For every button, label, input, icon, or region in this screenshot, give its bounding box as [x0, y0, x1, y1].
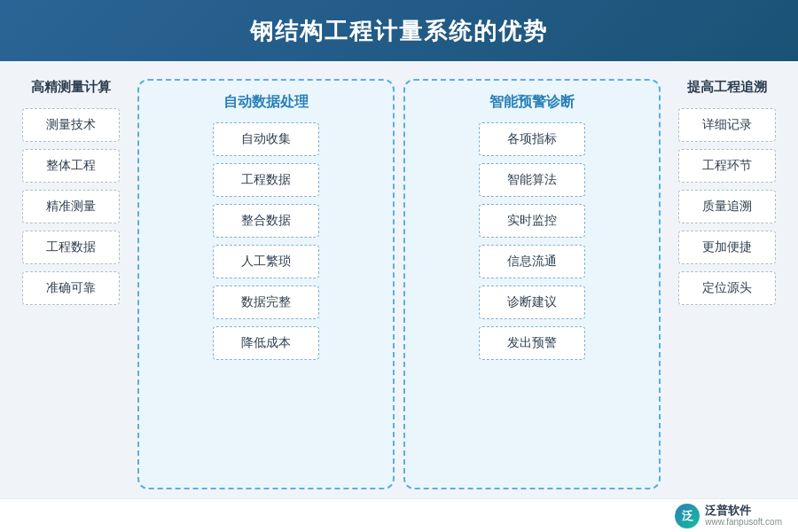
left-col-title: 高精测量计算	[31, 79, 111, 96]
watermark-name: 泛普软件	[705, 504, 782, 518]
list-item: 工程数据	[22, 231, 120, 264]
list-item: 自动收集	[213, 122, 319, 156]
right-column: 提高工程追溯 详细记录 工程环节 质量追溯 更加便捷 定位源头	[669, 79, 785, 489]
watermark-text: 泛普软件 www.fanpusoft.com	[705, 504, 782, 528]
list-item: 数据完整	[213, 286, 319, 319]
list-item: 信息流通	[479, 245, 585, 278]
list-item: 详细记录	[678, 108, 776, 142]
list-item: 发出预警	[479, 326, 585, 360]
list-item: 工程数据	[213, 163, 319, 197]
left-column: 高精测量计算 测量技术 整体工程 精准测量 工程数据 准确可靠	[13, 79, 129, 489]
list-item: 质量追溯	[678, 190, 776, 223]
list-item: 诊断建议	[479, 286, 585, 319]
list-item: 更加便捷	[678, 231, 776, 264]
page-wrapper: 钢结构工程计量系统的优势 高精测量计算 测量技术 整体工程 精准测量 工程数据 …	[0, 0, 798, 532]
watermark: 泛 泛普软件 www.fanpusoft.com	[675, 504, 782, 528]
watermark-logo-icon: 泛	[675, 504, 700, 528]
list-item: 精准测量	[22, 190, 120, 223]
main-content: 高精测量计算 测量技术 整体工程 精准测量 工程数据 准确可靠 自动数据处理 自…	[0, 61, 798, 498]
right-col-title: 提高工程追溯	[687, 79, 767, 96]
list-item: 测量技术	[22, 108, 120, 142]
page-title: 钢结构工程计量系统的优势	[0, 16, 798, 47]
list-item: 工程环节	[678, 149, 776, 183]
list-item: 降低成本	[213, 326, 319, 360]
middle-right-title: 智能预警诊断	[489, 93, 575, 112]
middle-left-panel: 自动数据处理 自动收集 工程数据 整合数据 人工繁琐 数据完整 降低成本	[137, 79, 395, 489]
list-item: 定位源头	[678, 271, 776, 305]
watermark-url: www.fanpusoft.com	[705, 517, 782, 528]
list-item: 准确可靠	[22, 271, 120, 305]
list-item: 人工繁琐	[213, 245, 319, 278]
header: 钢结构工程计量系统的优势	[0, 0, 798, 61]
list-item: 各项指标	[479, 122, 585, 156]
list-item: 整体工程	[22, 149, 120, 183]
footer: 泛 泛普软件 www.fanpusoft.com	[0, 498, 798, 532]
middle-wrapper: 自动数据处理 自动收集 工程数据 整合数据 人工繁琐 数据完整 降低成本 智能预…	[137, 79, 661, 489]
list-item: 整合数据	[213, 204, 319, 238]
middle-left-title: 自动数据处理	[223, 93, 309, 112]
list-item: 实时监控	[479, 204, 585, 238]
list-item: 智能算法	[479, 163, 585, 197]
middle-right-panel: 智能预警诊断 各项指标 智能算法 实时监控 信息流通 诊断建议 发出预警	[403, 79, 661, 489]
